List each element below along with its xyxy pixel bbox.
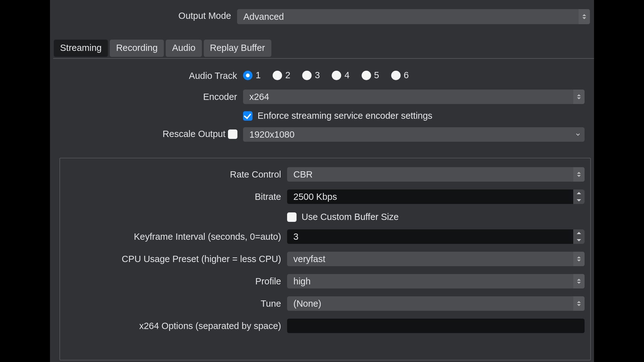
audio-track-radio-3[interactable]: 3: [302, 70, 320, 80]
audio-track-label: Audio Track: [50, 71, 237, 81]
encoder-value: x264: [243, 92, 269, 102]
cpu-preset-label: CPU Usage Preset (higher = less CPU): [50, 254, 281, 264]
cpu-preset-value: veryfast: [287, 254, 325, 264]
tab-audio[interactable]: Audio: [166, 40, 202, 57]
updown-icon: [573, 167, 585, 182]
rate-control-select[interactable]: CBR: [287, 167, 585, 182]
audio-track-radio-2[interactable]: 2: [273, 70, 290, 80]
rescale-output-checkbox[interactable]: [228, 129, 237, 139]
radio-label: 3: [315, 70, 320, 80]
profile-select[interactable]: high: [287, 274, 585, 288]
encoder-label: Encoder: [50, 92, 237, 102]
profile-label: Profile: [50, 276, 281, 287]
updown-icon: [579, 9, 590, 24]
bitrate-label: Bitrate: [50, 192, 281, 202]
output-mode-value: Advanced: [237, 12, 284, 22]
radio-label: 6: [404, 70, 409, 80]
audio-track-radio-1[interactable]: 1: [243, 70, 261, 80]
audio-track-radio-6[interactable]: 6: [391, 70, 409, 80]
bitrate-input[interactable]: 2500 Kbps: [287, 189, 585, 204]
profile-value: high: [287, 276, 311, 287]
tune-select[interactable]: (None): [287, 296, 585, 311]
tune-label: Tune: [50, 299, 281, 309]
bitrate-value: 2500 Kbps: [287, 192, 337, 202]
cpu-preset-select[interactable]: veryfast: [287, 252, 585, 266]
x264-options-input[interactable]: [287, 319, 585, 333]
keyframe-value: 3: [287, 232, 298, 242]
rate-control-value: CBR: [287, 169, 313, 180]
rescale-output-value: 1920x1080: [243, 129, 295, 140]
tab-recording[interactable]: Recording: [110, 40, 164, 57]
updown-icon: [573, 274, 585, 288]
updown-icon: [573, 252, 585, 266]
keyframe-input[interactable]: 3: [287, 229, 585, 244]
output-mode-label: Output Mode: [50, 11, 231, 21]
enforce-encoder-settings-label: Enforce streaming service encoder settin…: [258, 111, 432, 121]
stepper-icon[interactable]: [573, 189, 585, 204]
tab-streaming[interactable]: Streaming: [54, 40, 108, 57]
stepper-icon[interactable]: [573, 229, 585, 244]
rescale-output-label: Rescale Output: [50, 129, 225, 139]
radio-label: 4: [344, 70, 349, 80]
audio-track-radio-5[interactable]: 5: [362, 70, 379, 80]
radio-label: 5: [374, 70, 379, 80]
rate-control-label: Rate Control: [50, 169, 281, 180]
enforce-encoder-settings-checkbox[interactable]: [243, 111, 253, 121]
radio-label: 1: [256, 70, 261, 80]
updown-icon: [573, 296, 585, 311]
custom-buffer-checkbox[interactable]: [287, 212, 297, 222]
custom-buffer-label: Use Custom Buffer Size: [302, 212, 399, 222]
output-mode-select[interactable]: Advanced: [237, 9, 590, 24]
keyframe-label: Keyframe Interval (seconds, 0=auto): [50, 232, 281, 242]
updown-icon: [573, 90, 585, 104]
audio-track-radio-4[interactable]: 4: [332, 70, 349, 80]
radio-label: 2: [285, 70, 290, 80]
encoder-select[interactable]: x264: [243, 90, 585, 104]
tab-replay-buffer[interactable]: Replay Buffer: [204, 40, 271, 57]
rescale-output-select[interactable]: 1920x1080: [243, 127, 585, 142]
x264-options-label: x264 Options (separated by space): [50, 321, 281, 331]
tune-value: (None): [287, 299, 321, 309]
chevron-down-icon: [571, 127, 585, 142]
